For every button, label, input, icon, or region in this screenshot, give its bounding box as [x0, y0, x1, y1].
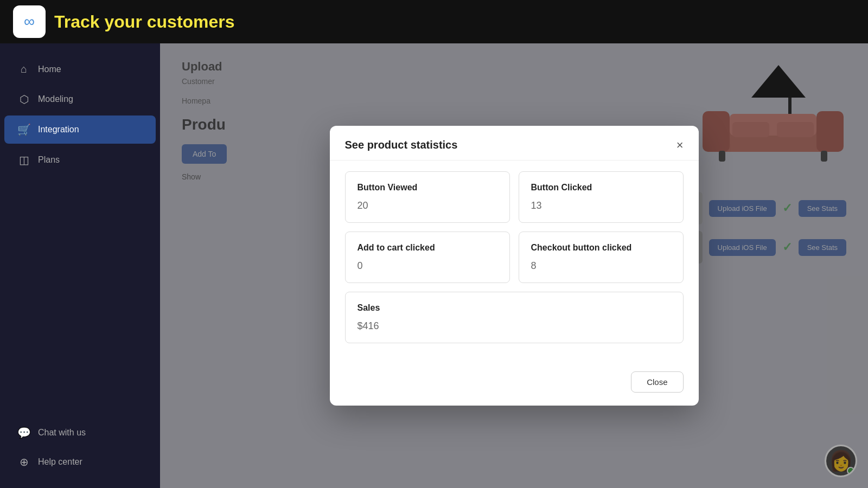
sidebar-label-plans: Plans: [38, 155, 60, 165]
modal-title: See product statistics: [345, 139, 458, 151]
sidebar-label-chat: Chat with us: [38, 428, 86, 438]
plans-icon: ◫: [17, 153, 30, 166]
title-highlight: your customers: [105, 12, 235, 31]
stat-value-add-to-cart: 0: [358, 260, 497, 272]
stat-label-add-to-cart: Add to cart clicked: [358, 243, 497, 253]
sidebar-item-chat[interactable]: 💬 Chat with us: [4, 419, 156, 447]
modal-close-button[interactable]: ×: [676, 139, 684, 151]
sales-label: Sales: [358, 303, 671, 313]
modal-body: Button Viewed 20 Button Clicked 13 Add t…: [330, 160, 699, 363]
sidebar-item-home[interactable]: ⌂ Home: [4, 55, 156, 83]
stat-value-button-viewed: 20: [358, 200, 497, 211]
modal-footer: Close: [330, 363, 699, 406]
integration-icon: 🛒: [17, 123, 30, 136]
title-static: Track: [54, 12, 105, 31]
sidebar-label-help: Help center: [38, 457, 82, 467]
modeling-icon: ⬡: [17, 93, 30, 106]
help-icon: ⊕: [17, 455, 30, 468]
logo-symbol: ∞: [24, 13, 35, 30]
stat-value-button-clicked: 13: [531, 200, 671, 211]
top-bar: ∞ Track your customers: [0, 0, 868, 43]
modal-close-footer-button[interactable]: Close: [631, 371, 683, 393]
stat-label-checkout-clicked: Checkout button clicked: [531, 243, 671, 253]
app-title: Track your customers: [54, 12, 235, 32]
stat-label-button-clicked: Button Clicked: [531, 183, 671, 192]
logo: ∞: [13, 5, 46, 38]
stat-label-button-viewed: Button Viewed: [358, 183, 497, 192]
sales-card: Sales $416: [345, 292, 684, 343]
stats-grid: Button Viewed 20 Button Clicked 13 Add t…: [345, 171, 684, 283]
sales-value: $416: [358, 320, 671, 332]
sidebar-item-modeling[interactable]: ⬡ Modeling: [4, 85, 156, 113]
stat-card-checkout-clicked: Checkout button clicked 8: [519, 232, 684, 283]
stat-card-button-clicked: Button Clicked 13: [519, 171, 684, 223]
stat-card-add-to-cart: Add to cart clicked 0: [345, 232, 510, 283]
sidebar-label-modeling: Modeling: [38, 94, 73, 104]
sidebar-item-integration[interactable]: 🛒 Integration: [4, 115, 156, 144]
modal-overlay: See product statistics × Button Viewed 2…: [160, 43, 868, 488]
modal-header: See product statistics ×: [330, 126, 699, 160]
stat-value-checkout-clicked: 8: [531, 260, 671, 272]
sidebar: ⌂ Home ⬡ Modeling 🛒 Integration ◫ Plans …: [0, 43, 160, 488]
sidebar-item-help[interactable]: ⊕ Help center: [4, 448, 156, 476]
content-area: Upload Customer Homepa Produ Add To Show…: [160, 43, 868, 488]
sidebar-item-plans[interactable]: ◫ Plans: [4, 146, 156, 174]
stat-card-button-viewed: Button Viewed 20: [345, 171, 510, 223]
stats-modal: See product statistics × Button Viewed 2…: [330, 126, 699, 406]
main-layout: ⌂ Home ⬡ Modeling 🛒 Integration ◫ Plans …: [0, 43, 868, 488]
sidebar-label-integration: Integration: [38, 125, 79, 134]
sidebar-label-home: Home: [38, 65, 61, 74]
sidebar-bottom: 💬 Chat with us ⊕ Help center: [0, 418, 160, 477]
chat-icon: 💬: [17, 426, 30, 439]
home-icon: ⌂: [17, 63, 30, 75]
